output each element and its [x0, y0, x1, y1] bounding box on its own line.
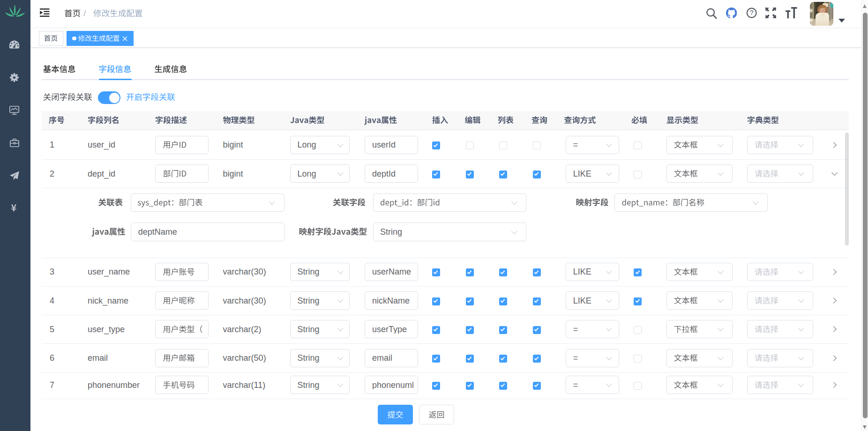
svg-text:?: ?	[750, 8, 754, 16]
